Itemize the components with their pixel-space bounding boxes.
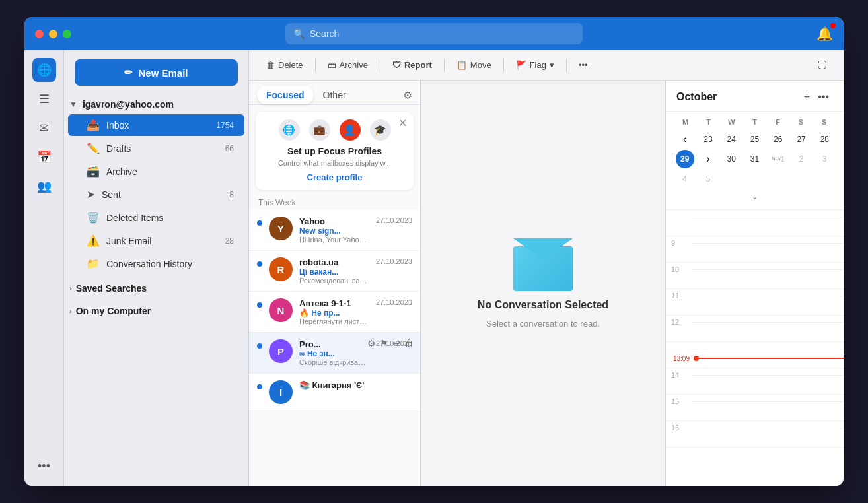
sidebar-icon-calendar[interactable]: 📅: [32, 145, 56, 169]
cal-day-nov-5[interactable]: 5: [699, 170, 717, 188]
cal-day-31[interactable]: 31: [745, 150, 764, 168]
on-my-computer-label: On my Computer: [76, 306, 151, 316]
calendar-header: October + •••: [666, 81, 844, 112]
traffic-lights: [35, 30, 71, 38]
filter-icon[interactable]: ⚙: [403, 89, 412, 102]
nav-sidebar: ✏ New Email ▼ igavron@yahoo.com 📥 Inbox …: [64, 50, 249, 486]
cal-day-30[interactable]: 30: [722, 150, 741, 168]
focus-card-title: Set up Focus Profiles: [264, 146, 406, 156]
sidebar-item-sent[interactable]: ➤ Sent 8: [68, 184, 244, 205]
email-item-yahoo[interactable]: Y Yahoo New sign... Hi Irina, Your Yahoo…: [249, 210, 420, 251]
cal-day-28[interactable]: 28: [815, 130, 834, 149]
time-label-8: [666, 210, 692, 213]
cal-prev-btn[interactable]: ‹: [674, 130, 696, 149]
time-row-11: 11: [666, 289, 844, 316]
cal-day-name-s2: S: [813, 117, 836, 127]
tab-focused[interactable]: Focused: [257, 86, 314, 104]
email-item-pro[interactable]: P Pro... ∞ Не зн... Скоріше відкривай л.…: [249, 333, 420, 374]
notification-icon[interactable]: 🔔: [816, 26, 833, 42]
account-header[interactable]: ▼ igavron@yahoo.com: [64, 95, 248, 114]
email-item-apteka[interactable]: N Аптека 9-1-1 🔥 Не пр... Переглянути ли…: [249, 292, 420, 333]
sidebar-icon-menu[interactable]: ☰: [32, 87, 56, 111]
cal-day-25[interactable]: 25: [745, 130, 764, 149]
email-sender: 📚 Книгарня 'Є': [299, 380, 412, 390]
calendar-panel: October + ••• M T W T F S S: [665, 81, 844, 486]
sidebar-item-archive[interactable]: 🗃️ Archive: [68, 160, 244, 182]
minimize-button[interactable]: [49, 30, 57, 38]
avatar: P: [269, 339, 293, 363]
action-forward-icon[interactable]: ↩: [392, 338, 400, 349]
sent-icon: ➤: [87, 188, 95, 201]
cal-day-24[interactable]: 24: [722, 130, 741, 149]
delete-button[interactable]: 🗑 Delete: [260, 57, 310, 73]
tab-other[interactable]: Other: [314, 86, 355, 104]
search-icon: 🔍: [293, 28, 305, 39]
focus-card-description: Control what mailboxes display w...: [264, 159, 406, 167]
maximize-button[interactable]: [63, 30, 71, 38]
focus-card-close-button[interactable]: ✕: [398, 117, 407, 129]
archive-button[interactable]: 🗃 Archive: [321, 57, 375, 73]
toolbar-separator-3: [444, 59, 445, 72]
focus-icon-person: 👤: [340, 119, 361, 141]
titlebar: 🔍 Search 🔔: [24, 17, 844, 50]
time-label-9: 9: [666, 236, 692, 247]
cal-day-23[interactable]: 23: [699, 130, 717, 149]
current-time-dot: [694, 356, 699, 361]
email-preview: Скоріше відкривай л...: [299, 358, 369, 366]
report-button[interactable]: 🛡 Report: [386, 57, 439, 73]
sidebar-icon-more[interactable]: •••: [32, 454, 56, 478]
cal-day-nov-2[interactable]: 2: [792, 150, 811, 168]
chevron-down-icon: ˅: [752, 196, 757, 207]
this-week-label: This Week: [249, 194, 420, 210]
archive-icon: 🗃: [328, 60, 336, 70]
cal-day-nov-4[interactable]: 4: [676, 170, 694, 188]
email-item-robota[interactable]: R robota.ua Ці вакан... Рекомендовані ва…: [249, 251, 420, 292]
close-button[interactable]: [35, 30, 44, 38]
cal-next-btn[interactable]: ›: [697, 150, 719, 168]
sidebar-icon-people[interactable]: 👥: [32, 174, 56, 198]
toolbar-separator-2: [380, 59, 380, 72]
cal-day-29-today[interactable]: 29: [676, 150, 694, 168]
sidebar-icon-globe[interactable]: 🌐: [32, 58, 56, 82]
cal-day-nov-1[interactable]: Nov1: [769, 150, 787, 168]
calendar-days: ‹ 23 24 25 26 27 28 29 › 30 31 Nov1: [674, 130, 836, 188]
sidebar-icon-mail[interactable]: ✉: [32, 116, 56, 140]
archive-icon: 🗃️: [87, 165, 100, 178]
move-button[interactable]: 📋 Move: [450, 57, 498, 73]
calendar-add-button[interactable]: +: [800, 90, 814, 104]
focus-icon-grad: 🎓: [370, 119, 391, 141]
new-email-button[interactable]: ✏ New Email: [75, 59, 238, 86]
sidebar-item-inbox[interactable]: 📥 Inbox 1754: [68, 114, 244, 136]
avatar: N: [269, 298, 293, 322]
time-line: [692, 296, 844, 296]
cal-day-27[interactable]: 27: [792, 130, 811, 149]
cal-day-name-f: F: [766, 117, 789, 127]
sidebar-item-history[interactable]: 📁 Conversation History: [68, 253, 244, 275]
email-preview: Переглянути листа в...: [299, 318, 369, 325]
expand-button[interactable]: ⛶: [811, 57, 833, 73]
focus-card-create-profile-link[interactable]: Create profile: [264, 172, 406, 182]
email-date: 27.10.2023: [376, 298, 412, 306]
cal-day-26[interactable]: 26: [769, 130, 787, 149]
sidebar-item-deleted[interactable]: 🗑️ Deleted Items: [68, 207, 244, 228]
calendar-expand-button[interactable]: ˅: [666, 193, 844, 209]
action-flag-icon[interactable]: ⚑: [380, 338, 388, 349]
email-sender: Pro...: [299, 339, 369, 349]
action-settings-icon[interactable]: ⚙: [367, 338, 376, 349]
saved-searches-section[interactable]: › Saved Searches: [64, 278, 248, 298]
toolbar-separator: [315, 59, 316, 72]
email-item-knyha[interactable]: I 📚 Книгарня 'Є': [249, 374, 420, 411]
cal-day-nov-3[interactable]: 3: [815, 150, 834, 168]
time-label-14: 14: [666, 368, 692, 379]
action-delete-icon[interactable]: 🗑: [404, 338, 414, 349]
time-line: [692, 349, 844, 349]
app-window: 🔍 Search 🔔 🌐 ☰ ✉ 📅 👥 ••• ✏ New Email: [24, 17, 844, 486]
sidebar-item-junk[interactable]: ⚠️ Junk Email 28: [68, 230, 244, 252]
on-my-computer-section[interactable]: › On my Computer: [64, 300, 248, 320]
email-list: Y Yahoo New sign... Hi Irina, Your Yahoo…: [249, 210, 420, 486]
calendar-more-button[interactable]: •••: [814, 90, 833, 104]
sidebar-item-drafts[interactable]: ✏️ Drafts 66: [68, 137, 244, 159]
search-bar[interactable]: 🔍 Search: [285, 23, 583, 44]
more-button[interactable]: •••: [572, 57, 595, 73]
flag-button[interactable]: 🚩 Flag ▾: [509, 57, 561, 73]
